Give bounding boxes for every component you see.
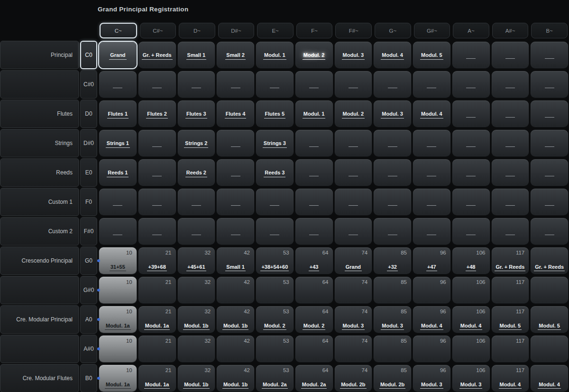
cell-d0-ds[interactable]: Flutes 4 <box>217 100 254 127</box>
cell-gs0-cs[interactable]: 21 <box>138 277 176 303</box>
column-header-ds[interactable]: D#~ <box>218 23 255 38</box>
cell-fs0-fs[interactable] <box>335 218 372 245</box>
cell-c0-ds[interactable]: Small 2 <box>217 42 254 68</box>
cell-g0-fs[interactable]: 74Grand <box>335 247 372 274</box>
cell-fs0-g[interactable] <box>374 218 411 245</box>
cell-gs0-fs[interactable]: 74 <box>335 277 372 303</box>
cell-cs0-fs[interactable] <box>335 71 372 98</box>
cell-b0-fs[interactable]: 74Modul. 2b <box>335 365 372 392</box>
column-header-g[interactable]: G~ <box>375 23 411 38</box>
cell-e0-a[interactable] <box>452 159 490 186</box>
cell-c0-e[interactable]: Modul. 1 <box>256 42 294 68</box>
cell-f0-cs[interactable] <box>138 189 176 215</box>
cell-cs0-e[interactable] <box>256 71 294 98</box>
cell-a0-e[interactable]: 53Modul. 2 <box>256 306 294 333</box>
cell-b0-a[interactable]: 106Modul. 3 <box>452 365 490 392</box>
column-header-fs[interactable]: F#~ <box>335 23 372 38</box>
column-header-cs[interactable]: C#~ <box>140 23 176 38</box>
cell-g0-b[interactable]: Gr. + Reeds <box>531 247 568 274</box>
cell-d0-cs[interactable]: Flutes 2 <box>138 100 176 127</box>
cell-gs0-as[interactable]: 117 <box>492 277 529 303</box>
cell-e0-g[interactable] <box>374 159 411 186</box>
cell-f0-d[interactable] <box>178 189 215 215</box>
cell-ds0-fs[interactable] <box>335 130 372 156</box>
cell-ds0-e[interactable]: Strings 3 <box>256 130 294 156</box>
cell-d0-d[interactable]: Flutes 3 <box>178 100 215 127</box>
cell-f0-fs[interactable] <box>335 189 372 215</box>
cell-g0-ds[interactable]: 42Small 1 <box>217 247 254 274</box>
column-header-c[interactable]: C~ <box>100 23 137 38</box>
cell-as0-gs[interactable]: 96 <box>413 336 450 362</box>
cell-e0-cs[interactable] <box>138 159 176 186</box>
cell-c0-d[interactable]: Small 1 <box>178 42 215 68</box>
cell-e0-fs[interactable] <box>335 159 372 186</box>
cell-fs0-b[interactable] <box>531 218 568 245</box>
cell-a0-f[interactable]: 64Modul. 2 <box>295 306 333 333</box>
cell-f0-e[interactable] <box>256 189 294 215</box>
cell-fs0-as[interactable] <box>492 218 529 245</box>
cell-d0-b[interactable] <box>531 100 568 127</box>
cell-a0-cs[interactable]: 21Modul. 1a <box>138 306 176 333</box>
cell-f0-f[interactable] <box>295 189 333 215</box>
cell-ds0-as[interactable] <box>492 130 529 156</box>
cell-e0-as[interactable] <box>492 159 529 186</box>
cell-cs0-cs[interactable] <box>138 71 176 98</box>
cell-fs0-gs[interactable] <box>413 218 450 245</box>
cell-ds0-ds[interactable] <box>217 130 254 156</box>
cell-a0-gs[interactable]: 96Modul. 4 <box>413 306 450 333</box>
cell-cs0-b[interactable] <box>531 71 568 98</box>
cell-as0-g[interactable]: 85 <box>374 336 411 362</box>
cell-g0-f[interactable]: 64+43 <box>295 247 333 274</box>
cell-fs0-d[interactable] <box>178 218 215 245</box>
cell-d0-as[interactable] <box>492 100 529 127</box>
cell-f0-c[interactable] <box>99 189 137 215</box>
cell-b0-e[interactable]: 53Modul. 2a <box>256 365 294 392</box>
cell-c0-gs[interactable]: Modul. 5 <box>413 42 450 68</box>
cell-cs0-f[interactable] <box>295 71 333 98</box>
cell-g0-gs[interactable]: 96+47 <box>413 247 450 274</box>
cell-b0-g[interactable]: 85Modul. 2b <box>374 365 411 392</box>
cell-d0-f[interactable]: Modul. 1 <box>295 100 333 127</box>
cell-ds0-g[interactable] <box>374 130 411 156</box>
cell-e0-gs[interactable] <box>413 159 450 186</box>
cell-b0-cs[interactable]: 21Modul. 1a <box>138 365 176 392</box>
cell-fs0-ds[interactable] <box>217 218 254 245</box>
cell-c0-b[interactable] <box>531 42 568 68</box>
cell-b0-as[interactable]: 117Modul. 4 <box>492 365 529 392</box>
cell-e0-ds[interactable] <box>217 159 254 186</box>
cell-c0-fs[interactable]: Modul. 3 <box>335 42 372 68</box>
cell-as0-a[interactable]: 106 <box>452 336 490 362</box>
cell-cs0-d[interactable] <box>178 71 215 98</box>
cell-gs0-ds[interactable]: 42 <box>217 277 254 303</box>
cell-e0-c[interactable]: Reeds 1 <box>99 159 137 186</box>
cell-a0-ds[interactable]: 42Modul. 1b <box>217 306 254 333</box>
cell-e0-e[interactable]: Reeds 3 <box>256 159 294 186</box>
cell-as0-c[interactable]: 10 <box>99 336 137 362</box>
cell-c0-a[interactable] <box>452 42 490 68</box>
cell-g0-a[interactable]: 106+48 <box>452 247 490 274</box>
cell-fs0-e[interactable] <box>256 218 294 245</box>
cell-gs0-e[interactable]: 53 <box>256 277 294 303</box>
cell-cs0-a[interactable] <box>452 71 490 98</box>
cell-a0-as[interactable]: 117Modul. 5 <box>492 306 529 333</box>
cell-gs0-g[interactable]: 85 <box>374 277 411 303</box>
column-header-e[interactable]: E~ <box>257 23 294 38</box>
cell-gs0-f[interactable]: 64 <box>295 277 333 303</box>
cell-ds0-f[interactable] <box>295 130 333 156</box>
column-header-as[interactable]: A#~ <box>492 23 529 38</box>
cell-cs0-gs[interactable] <box>413 71 450 98</box>
cell-d0-a[interactable] <box>452 100 490 127</box>
cell-d0-fs[interactable]: Modul. 2 <box>335 100 372 127</box>
cell-g0-e[interactable]: 53+38+54+60 <box>256 247 294 274</box>
column-header-b[interactable]: B~ <box>531 23 568 38</box>
column-header-a[interactable]: A~ <box>453 23 489 38</box>
cell-b0-ds[interactable]: 42Modul. 1b <box>217 365 254 392</box>
cell-g0-as[interactable]: 117Gr. + Reeds <box>492 247 529 274</box>
cell-ds0-cs[interactable] <box>138 130 176 156</box>
cell-ds0-d[interactable]: Strings 2 <box>178 130 215 156</box>
cell-as0-e[interactable]: 53 <box>256 336 294 362</box>
cell-ds0-c[interactable]: Strings 1 <box>99 130 137 156</box>
column-header-gs[interactable]: G#~ <box>414 23 450 38</box>
cell-e0-d[interactable]: Reeds 2 <box>178 159 215 186</box>
column-header-f[interactable]: F~ <box>296 23 333 38</box>
